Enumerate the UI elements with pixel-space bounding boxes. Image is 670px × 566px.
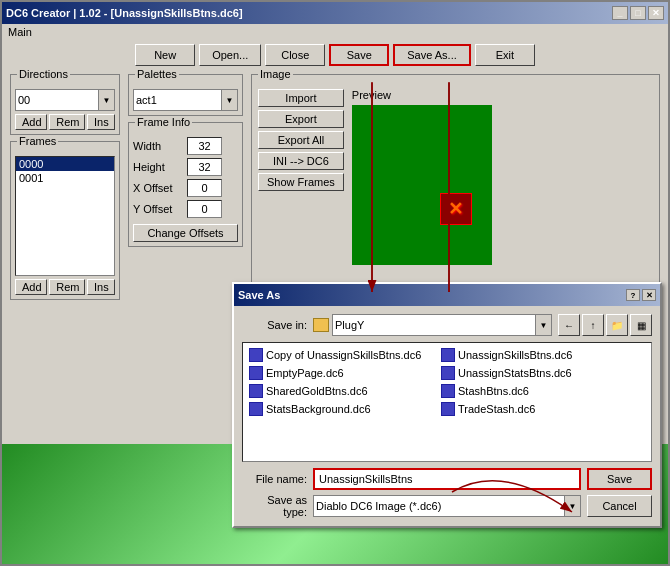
file-item-6[interactable]: StatsBackground.dc6	[247, 401, 437, 417]
folder-icon	[313, 318, 329, 332]
dialog-title-buttons: ? ✕	[626, 289, 656, 301]
filename-input[interactable]	[313, 468, 581, 490]
new-folder-button[interactable]: 📁	[606, 314, 628, 336]
file-name-1: UnassignSkillsBtns.dc6	[458, 349, 572, 361]
up-button[interactable]: ↑	[582, 314, 604, 336]
file-icon-5	[441, 384, 455, 398]
file-icon-2	[249, 366, 263, 380]
file-browser[interactable]: Copy of UnassignSkillsBtns.dc6 UnassignS…	[242, 342, 652, 462]
file-name-3: UnassignStatsBtns.dc6	[458, 367, 572, 379]
dialog-save-button[interactable]: Save	[587, 468, 652, 490]
savetype-row: Save as type: Diablo DC6 Image (*.dc6) ▼…	[242, 494, 652, 518]
file-name-6: StatsBackground.dc6	[266, 403, 371, 415]
file-icon-6	[249, 402, 263, 416]
file-name-4: SharedGoldBtns.dc6	[266, 385, 368, 397]
save-in-label: Save in:	[242, 319, 307, 331]
dialog-help-button[interactable]: ?	[626, 289, 640, 301]
file-name-2: EmptyPage.dc6	[266, 367, 344, 379]
filename-label: File name:	[242, 473, 307, 485]
file-item-2[interactable]: EmptyPage.dc6	[247, 365, 437, 381]
dialog-title-bar: Save As ? ✕	[234, 284, 660, 306]
dialog-close-button[interactable]: ✕	[642, 289, 656, 301]
filename-row: File name: Save	[242, 468, 652, 490]
back-button[interactable]: ←	[558, 314, 580, 336]
view-button[interactable]: ▦	[630, 314, 652, 336]
file-icon-1	[441, 348, 455, 362]
save-in-combo: PlugY ▼	[313, 314, 552, 336]
file-name-0: Copy of UnassignSkillsBtns.dc6	[266, 349, 421, 361]
save-in-row: Save in: PlugY ▼ ← ↑ 📁	[242, 314, 652, 336]
savetype-combo: Diablo DC6 Image (*.dc6) ▼	[313, 495, 581, 517]
save-in-select[interactable]: PlugY	[333, 315, 535, 335]
main-window: DC6 Creator | 1.02 - [UnassignSkillsBtns…	[0, 0, 670, 566]
file-item-0[interactable]: Copy of UnassignSkillsBtns.dc6	[247, 347, 437, 363]
file-icon-7	[441, 402, 455, 416]
dialog-toolbar-icons: ← ↑ 📁 ▦	[558, 314, 652, 336]
file-item-5[interactable]: StashBtns.dc6	[439, 383, 629, 399]
savetype-select[interactable]: Diablo DC6 Image (*.dc6)	[314, 496, 564, 516]
file-icon-0	[249, 348, 263, 362]
savetype-label: Save as type:	[242, 494, 307, 518]
file-name-5: StashBtns.dc6	[458, 385, 529, 397]
file-item-1[interactable]: UnassignSkillsBtns.dc6	[439, 347, 629, 363]
file-item-3[interactable]: UnassignStatsBtns.dc6	[439, 365, 629, 381]
dialog-overlay: Save As ? ✕ Save in: PlugY	[2, 2, 668, 564]
dialog-content: Save in: PlugY ▼ ← ↑ 📁	[234, 306, 660, 526]
savetype-select-wrapper[interactable]: Diablo DC6 Image (*.dc6) ▼	[313, 495, 581, 517]
save-in-select-wrapper[interactable]: PlugY ▼	[332, 314, 552, 336]
file-icon-4	[249, 384, 263, 398]
dialog-title: Save As	[238, 289, 280, 301]
file-name-7: TradeStash.dc6	[458, 403, 535, 415]
file-item-4[interactable]: SharedGoldBtns.dc6	[247, 383, 437, 399]
save-as-dialog: Save As ? ✕ Save in: PlugY	[232, 282, 662, 528]
file-item-7[interactable]: TradeStash.dc6	[439, 401, 629, 417]
cancel-button[interactable]: Cancel	[587, 495, 652, 517]
file-icon-3	[441, 366, 455, 380]
